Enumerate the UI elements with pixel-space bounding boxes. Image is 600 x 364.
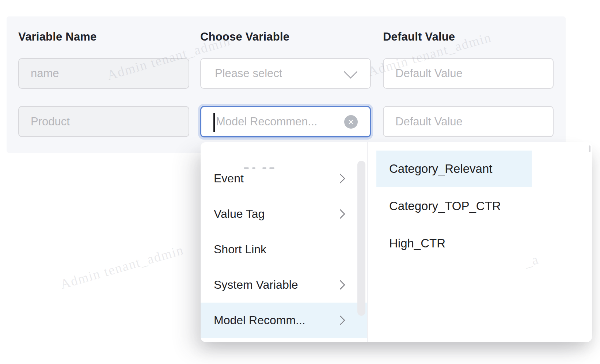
choose-variable-select-row1[interactable]: Please select xyxy=(200,58,371,89)
menu-item-short-link[interactable]: Short Link xyxy=(201,232,367,267)
menu-item-clipped[interactable] xyxy=(201,146,367,161)
default-value-input-row2[interactable] xyxy=(383,106,554,137)
watermark-text: Admin tenant_admin xyxy=(58,242,186,292)
column-header-variable-name: Variable Name xyxy=(18,30,189,43)
menu-item-event[interactable]: Event xyxy=(201,161,367,196)
cascader-dropdown: EventValue TagShort LinkSystem VariableM… xyxy=(201,142,592,342)
submenu-item-label: High_CTR xyxy=(389,236,445,250)
menu-item-label: System Variable xyxy=(214,278,298,292)
submenu-item-category-top-ctr[interactable]: Category_TOP_CTR xyxy=(376,188,532,224)
variable-name-input-row1[interactable] xyxy=(18,58,189,89)
column-header-default-value: Default Value xyxy=(383,30,554,43)
menu-scrollbar-thumb[interactable] xyxy=(357,161,365,316)
column-divider xyxy=(367,142,368,342)
variable-form-panel: Variable Name Choose Variable Default Va… xyxy=(7,16,566,153)
variable-name-input-row2[interactable] xyxy=(18,106,189,137)
menu-item-label: Short Link xyxy=(214,243,266,256)
column-header-choose-variable: Choose Variable xyxy=(200,30,371,43)
select-placeholder: Please select xyxy=(215,67,282,80)
row1-variable-name-field xyxy=(18,58,189,89)
selected-value-text: Model Recommen... xyxy=(215,115,317,128)
choose-variable-select-row2[interactable]: Model Recommen... ✕ xyxy=(200,106,371,137)
chevron-right-icon xyxy=(335,280,345,290)
menu-item-value-tag[interactable]: Value Tag xyxy=(201,196,367,232)
clear-selection-button[interactable]: ✕ xyxy=(344,115,358,129)
row1-default-value-field xyxy=(383,58,554,89)
submenu-item-label: Category_TOP_CTR xyxy=(389,199,501,213)
chevron-right-icon xyxy=(335,174,345,183)
submenu-item-high-ctr[interactable]: High_CTR xyxy=(376,225,532,262)
chevron-right-icon xyxy=(335,315,345,325)
chevron-right-icon xyxy=(335,209,345,219)
default-value-input-row1[interactable] xyxy=(383,58,554,89)
close-icon: ✕ xyxy=(348,118,354,126)
menu-item-label: Event xyxy=(214,172,244,185)
chevron-down-icon xyxy=(343,65,357,79)
menu-item-label: Value Tag xyxy=(214,207,265,221)
menu-item-model-recomm[interactable]: Model Recomm... xyxy=(201,303,367,338)
menu-item-system-variable[interactable]: System Variable xyxy=(201,267,367,303)
row2-default-value-field xyxy=(383,106,554,137)
submenu-scrollbar-thumb[interactable] xyxy=(589,145,590,152)
cascader-menu-column: EventValue TagShort LinkSystem VariableM… xyxy=(201,146,367,338)
submenu-item-label: Category_Relevant xyxy=(389,162,493,176)
text-caret xyxy=(213,113,215,132)
menu-item-label: Model Recomm... xyxy=(214,314,305,327)
submenu-item-category-relevant[interactable]: Category_Relevant xyxy=(376,151,532,187)
row2-variable-name-field xyxy=(18,106,189,137)
